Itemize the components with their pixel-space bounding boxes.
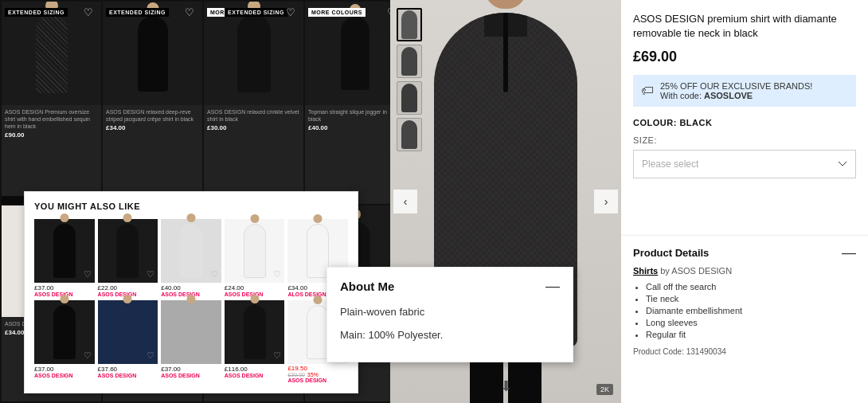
similar-brand-9: ASOS DESIGN xyxy=(225,373,285,378)
product-name-4: Topman straight silque jogger in black xyxy=(308,108,401,123)
wishlist-icon-1[interactable]: ♡ xyxy=(84,6,96,19)
product-price-3: £30.00 xyxy=(207,124,300,131)
feature-3: Diamante embellishment xyxy=(646,306,856,315)
similar-price-1: £37.00 xyxy=(34,284,95,291)
product-price-4: £40.00 xyxy=(308,124,401,131)
product-bottom-panel: Product Details — Shirts by ASOS DESIGN … xyxy=(621,235,868,366)
similar-price-orig-10: £30.00 xyxy=(287,372,304,378)
similar-img-9: ♡ xyxy=(225,300,285,364)
prev-image-arrow[interactable]: ‹ xyxy=(393,190,417,213)
product-name-3: ASOS DESIGN relaxed crinkle velvet shirt… xyxy=(207,108,300,123)
wishlist-icon-sim-3[interactable]: ♡ xyxy=(210,269,218,280)
more-colours-badge-4: MORE COLOURS xyxy=(308,8,366,17)
shirts-link[interactable]: Shirts xyxy=(633,266,658,276)
similar-product-8[interactable]: ♡ £37.00 ASOS DESIGN xyxy=(161,300,221,383)
thumbnail-2[interactable] xyxy=(397,45,422,78)
product-price-1: £90.00 xyxy=(5,131,98,139)
similar-price-9: £116.00 xyxy=(225,366,285,373)
pd-header: Product Details — xyxy=(633,245,856,260)
thumbnail-3[interactable] xyxy=(397,81,422,115)
discount-text: 25% OFF OUR EXCLUSIVE BRANDS! With code:… xyxy=(660,81,812,100)
similar-img-2: ♡ xyxy=(98,219,158,283)
similar-price-8: £37.00 xyxy=(161,366,221,373)
about-me-content: Plain-woven fabric Main: 100% Polyester. xyxy=(340,304,560,344)
grid-product-1[interactable]: SELLING FAST EXTENDED SIZING ♡ ASOS DESI… xyxy=(2,2,101,204)
colour-label: COLOUR: BLACK xyxy=(633,118,856,127)
thumbnail-1[interactable] xyxy=(397,8,422,41)
you-might-also-like-panel: YOU MIGHT ALSO LIKE ♡ £37.00 ASOS DESIGN… xyxy=(24,191,358,393)
you-might-also-like-title: YOU MIGHT ALSO LIKE xyxy=(34,202,348,211)
next-image-arrow[interactable]: › xyxy=(594,190,618,213)
similar-product-3[interactable]: ♡ £40.00 ASOS DESIGN xyxy=(161,219,221,297)
wishlist-icon-3[interactable]: ♡ xyxy=(286,6,299,19)
product-name-2: ASOS DESIGN relaxed deep-reve striped ja… xyxy=(106,108,199,123)
similar-product-4[interactable]: ♡ £24.00 ASOS DESIGN xyxy=(225,219,285,297)
similar-price-7: £37.60 xyxy=(98,366,158,373)
pd-features-list: Call off the search Tie neck Diamante em… xyxy=(633,282,856,339)
product-name-1: ASOS DESIGN Premium oversize shirt with … xyxy=(5,108,98,130)
extended-sizing-badge-1: EXTENDED SIZING xyxy=(5,8,68,17)
similar-price-4: £24.00 xyxy=(225,284,285,291)
image-counter: 2K xyxy=(596,384,613,395)
tag-icon: 🏷 xyxy=(641,84,654,98)
grid-product-2[interactable]: SELLING FAST EXTENDED SIZING ♡ ASOS DESI… xyxy=(103,2,202,204)
similar-price-3: £40.00 xyxy=(161,284,221,291)
size-select[interactable]: Please select XS S M L XL xyxy=(633,150,856,178)
wishlist-icon-sim-4[interactable]: ♡ xyxy=(273,269,281,280)
feature-4: Long sleeves xyxy=(646,318,856,327)
discount-pct-10: 35% xyxy=(307,372,319,378)
wishlist-icon-sim-2[interactable]: ♡ xyxy=(147,269,154,280)
wishlist-icon-sim-1[interactable]: ♡ xyxy=(84,269,92,280)
feature-2: Tie neck xyxy=(646,294,856,303)
about-me-material: Main: 100% Polyester. xyxy=(340,327,560,344)
similar-img-6: ♡ xyxy=(34,300,95,364)
grid-product-3[interactable]: MORE COLOURS EXTENDED SIZING ♡ ASOS DESI… xyxy=(204,2,303,204)
similar-img-8: ♡ xyxy=(161,300,221,364)
thumbnail-strip xyxy=(397,8,422,151)
size-label: SIZE: xyxy=(633,135,856,145)
similar-product-6[interactable]: ♡ £37.00 ASOS DESIGN xyxy=(34,300,95,383)
similar-price-2: £22.00 xyxy=(98,284,158,291)
similar-product-7[interactable]: ♡ £37.60 ASOS DESIGN xyxy=(98,300,158,383)
feature-5: Regular fit xyxy=(646,330,856,339)
about-me-header: About Me — xyxy=(340,279,560,293)
similar-brand-7: ASOS DESIGN xyxy=(98,373,158,378)
download-icon[interactable]: ⬇ xyxy=(500,378,512,395)
product-price-2: £34.00 xyxy=(106,124,199,131)
feature-1: Call off the search xyxy=(646,282,856,291)
extended-sizing-badge-2: EXTENDED SIZING xyxy=(106,8,169,17)
product-info-3: ASOS DESIGN relaxed crinkle velvet shirt… xyxy=(204,105,303,135)
similar-products-grid: ♡ £37.00 ASOS DESIGN ♡ £22.00 ASOS DESIG… xyxy=(34,219,348,383)
wishlist-icon-sim-6[interactable]: ♡ xyxy=(84,350,92,361)
brand-label: by ASOS DESIGN xyxy=(660,266,732,276)
wishlist-icon-sim-8[interactable]: ♡ xyxy=(210,350,218,361)
product-title: ASOS DESIGN premium shirt with diamante … xyxy=(633,12,856,41)
similar-product-1[interactable]: ♡ £37.00 ASOS DESIGN xyxy=(34,219,95,297)
pd-collapse-icon[interactable]: — xyxy=(842,245,856,260)
similar-brand-10: ASOS DESIGN xyxy=(287,378,348,383)
about-me-collapse-icon[interactable]: — xyxy=(545,279,560,293)
similar-product-2[interactable]: ♡ £22.00 ASOS DESIGN xyxy=(98,219,158,297)
discount-banner: 🏷 25% OFF OUR EXCLUSIVE BRANDS! With cod… xyxy=(633,75,856,107)
wishlist-icon-2[interactable]: ♡ xyxy=(185,6,197,19)
product-info-2: ASOS DESIGN relaxed deep-reve striped ja… xyxy=(103,105,202,135)
similar-product-9[interactable]: ♡ £116.00 ASOS DESIGN xyxy=(225,300,285,383)
about-me-title: About Me xyxy=(340,280,394,293)
product-price: £69.00 xyxy=(633,49,856,65)
similar-brand-6: ASOS DESIGN xyxy=(34,373,95,378)
about-me-fabric: Plain-woven fabric xyxy=(340,304,560,321)
pd-title: Product Details xyxy=(633,247,709,259)
similar-brand-8: ASOS DESIGN xyxy=(161,373,221,378)
pd-shirts-line: Shirts by ASOS DESIGN xyxy=(633,266,856,276)
similar-price-6: £37.00 xyxy=(34,366,95,373)
similar-img-1: ♡ xyxy=(34,219,95,283)
thumbnail-4[interactable] xyxy=(397,118,422,151)
wishlist-icon-sim-7[interactable]: ♡ xyxy=(147,350,154,361)
wishlist-icon-sim-9[interactable]: ♡ xyxy=(273,350,281,361)
product-code: Product Code: 131490034 xyxy=(633,347,856,356)
similar-img-7: ♡ xyxy=(98,300,158,364)
similar-img-4: ♡ xyxy=(225,219,285,283)
extended-sizing-badge-3: EXTENDED SIZING xyxy=(225,8,287,17)
about-me-panel: About Me — Plain-woven fabric Main: 100%… xyxy=(326,267,573,362)
product-info-1: ASOS DESIGN Premium oversize shirt with … xyxy=(2,105,101,142)
